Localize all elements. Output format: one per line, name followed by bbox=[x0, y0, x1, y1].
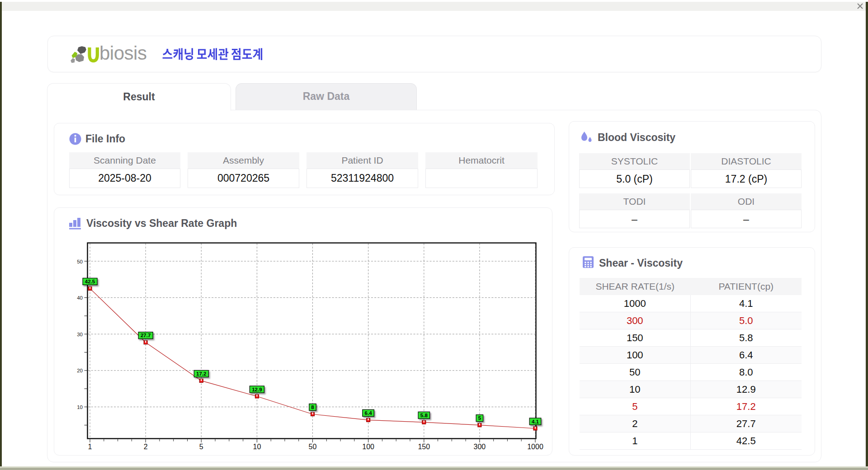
svg-text:5: 5 bbox=[478, 415, 481, 421]
svg-text:1000: 1000 bbox=[527, 443, 543, 451]
svg-text:150: 150 bbox=[418, 443, 430, 451]
svg-text:300: 300 bbox=[474, 443, 486, 451]
svg-text:20: 20 bbox=[77, 368, 83, 373]
svg-text:40: 40 bbox=[77, 295, 83, 301]
svg-text:5: 5 bbox=[199, 443, 203, 451]
svg-text:12.9: 12.9 bbox=[252, 387, 262, 392]
svg-text:1: 1 bbox=[88, 443, 92, 451]
svg-text:4.1: 4.1 bbox=[532, 419, 539, 424]
svg-text:17.2: 17.2 bbox=[196, 371, 206, 376]
svg-text:42.5: 42.5 bbox=[85, 279, 95, 284]
svg-text:2: 2 bbox=[144, 443, 148, 451]
svg-text:6.4: 6.4 bbox=[365, 410, 373, 416]
svg-text:10: 10 bbox=[77, 404, 83, 410]
svg-text:100: 100 bbox=[362, 443, 374, 451]
svg-text:50: 50 bbox=[77, 259, 83, 264]
svg-text:10: 10 bbox=[253, 443, 261, 451]
svg-text:5.8: 5.8 bbox=[420, 413, 428, 418]
svg-text:27.7: 27.7 bbox=[141, 333, 151, 338]
svg-text:8: 8 bbox=[311, 404, 314, 410]
svg-text:30: 30 bbox=[77, 332, 83, 337]
svg-text:50: 50 bbox=[309, 443, 317, 451]
